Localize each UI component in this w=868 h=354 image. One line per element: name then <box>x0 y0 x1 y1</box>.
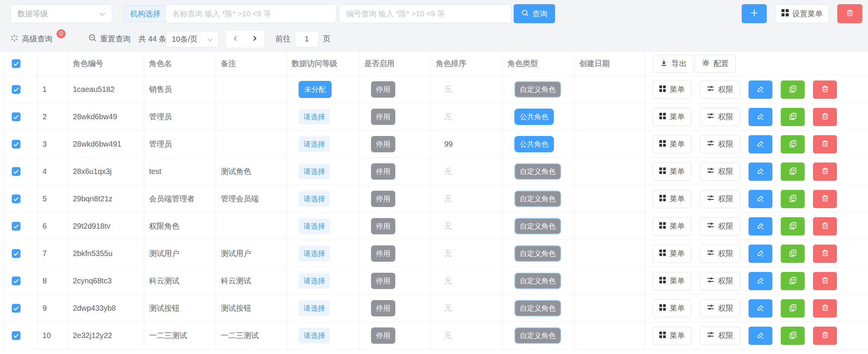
column-header-sort: 角色排序 <box>431 52 503 76</box>
access-level-badge[interactable]: 请选择 <box>299 136 330 152</box>
row-checkbox[interactable] <box>12 140 20 149</box>
export-button[interactable]: 导出 <box>653 55 693 73</box>
delete-button[interactable] <box>813 245 837 263</box>
org-select-button[interactable]: 机构选择 <box>124 5 167 22</box>
menu-button[interactable]: 菜单 <box>653 299 692 318</box>
edit-button[interactable] <box>748 190 772 208</box>
edit-button[interactable] <box>748 163 772 181</box>
copy-button[interactable] <box>781 81 805 99</box>
access-level-badge[interactable]: 请选择 <box>299 218 330 234</box>
copy-button[interactable] <box>781 190 805 208</box>
copy-button[interactable] <box>781 217 805 235</box>
copy-button[interactable] <box>781 135 805 153</box>
row-checkbox[interactable] <box>12 331 20 340</box>
row-checkbox[interactable] <box>12 304 20 313</box>
row-checkbox[interactable] <box>12 167 20 176</box>
search-button[interactable]: 查询 <box>514 4 555 23</box>
select-all-checkbox[interactable] <box>12 59 20 68</box>
copy-button[interactable] <box>781 272 805 290</box>
row-checkbox[interactable] <box>12 85 20 94</box>
delete-button[interactable] <box>813 163 837 181</box>
row-checkbox[interactable] <box>12 194 20 203</box>
copy-icon <box>789 139 797 149</box>
code-search-input[interactable] <box>339 4 512 23</box>
copy-button[interactable] <box>781 163 805 181</box>
delete-button[interactable] <box>813 327 837 345</box>
edit-button[interactable] <box>748 135 772 153</box>
copy-button[interactable] <box>781 299 805 318</box>
goto-page-input[interactable] <box>295 31 319 47</box>
edit-button[interactable] <box>748 299 772 318</box>
data-level-select[interactable]: 数据等级 <box>10 4 112 23</box>
menu-button[interactable]: 菜单 <box>653 245 692 263</box>
menu-button[interactable]: 菜单 <box>653 190 692 208</box>
menu-button[interactable]: 菜单 <box>653 135 692 153</box>
prev-page-button[interactable] <box>233 35 239 43</box>
menu-button[interactable]: 菜单 <box>653 327 692 345</box>
permission-button[interactable]: 权限 <box>700 190 740 208</box>
access-level-badge[interactable]: 请选择 <box>299 164 330 179</box>
copy-button[interactable] <box>781 245 805 263</box>
delete-button[interactable] <box>813 190 837 208</box>
row-checkbox[interactable] <box>12 222 20 231</box>
role-name-cell: 测试用户 <box>144 240 216 267</box>
permission-button[interactable]: 权限 <box>700 245 740 263</box>
enabled-badge[interactable]: 停用 <box>371 273 395 289</box>
edit-button[interactable] <box>748 81 772 99</box>
advanced-query-button[interactable]: 高级查询 0 <box>10 27 66 51</box>
page-size-select[interactable]: 10条/页 <box>166 31 219 47</box>
delete-button[interactable] <box>813 108 837 126</box>
permission-button[interactable]: 权限 <box>700 135 740 153</box>
access-level-badge[interactable]: 未分配 <box>299 81 332 98</box>
delete-button[interactable] <box>813 135 837 153</box>
enabled-badge[interactable]: 停用 <box>371 81 395 98</box>
menu-button[interactable]: 菜单 <box>653 81 692 99</box>
enabled-badge[interactable]: 停用 <box>371 191 395 207</box>
permission-button[interactable]: 权限 <box>700 163 740 181</box>
add-button[interactable] <box>742 4 767 23</box>
access-level-badge[interactable]: 请选择 <box>299 328 330 343</box>
permission-button[interactable]: 权限 <box>700 81 740 99</box>
permission-button[interactable]: 权限 <box>700 299 740 318</box>
menu-button[interactable]: 菜单 <box>653 272 692 290</box>
menu-button[interactable]: 菜单 <box>653 163 692 181</box>
enabled-badge[interactable]: 停用 <box>371 136 395 152</box>
delete-button[interactable] <box>813 272 837 290</box>
row-checkbox[interactable] <box>12 112 20 121</box>
enabled-badge[interactable]: 停用 <box>371 109 395 125</box>
edit-button[interactable] <box>748 108 772 126</box>
access-level-badge[interactable]: 请选择 <box>299 273 330 289</box>
edit-button[interactable] <box>748 217 772 235</box>
edit-button[interactable] <box>748 327 772 345</box>
copy-button[interactable] <box>781 327 805 345</box>
delete-button[interactable] <box>813 217 837 235</box>
menu-button[interactable]: 菜单 <box>653 217 692 235</box>
config-button[interactable]: 配置 <box>695 55 736 73</box>
enabled-badge[interactable]: 停用 <box>371 245 395 262</box>
access-level-badge[interactable]: 请选择 <box>299 300 330 316</box>
access-level-badge[interactable]: 请选择 <box>299 191 330 207</box>
name-search-input[interactable] <box>165 4 337 23</box>
access-level-badge[interactable]: 请选择 <box>299 246 330 261</box>
row-checkbox[interactable] <box>12 277 20 285</box>
permission-button[interactable]: 权限 <box>700 327 740 345</box>
edit-button[interactable] <box>748 272 772 290</box>
reset-query-button[interactable]: 重置查询 <box>88 27 131 51</box>
delete-button[interactable] <box>813 299 837 318</box>
permission-button[interactable]: 权限 <box>700 272 740 290</box>
next-page-button[interactable] <box>252 35 258 43</box>
row-checkbox[interactable] <box>12 249 20 258</box>
enabled-badge[interactable]: 停用 <box>371 218 395 234</box>
copy-button[interactable] <box>781 108 805 126</box>
access-level-badge[interactable]: 请选择 <box>299 109 330 125</box>
delete-button[interactable] <box>813 81 837 99</box>
batch-delete-button[interactable] <box>837 4 862 23</box>
edit-button[interactable] <box>748 245 772 263</box>
permission-button[interactable]: 权限 <box>700 217 740 235</box>
enabled-badge[interactable]: 停用 <box>371 327 395 344</box>
enabled-badge[interactable]: 停用 <box>371 163 395 180</box>
permission-button[interactable]: 权限 <box>700 108 740 126</box>
setup-menu-button[interactable]: 设置菜单 <box>775 4 829 23</box>
menu-button[interactable]: 菜单 <box>653 108 692 126</box>
enabled-badge[interactable]: 停用 <box>371 300 395 316</box>
